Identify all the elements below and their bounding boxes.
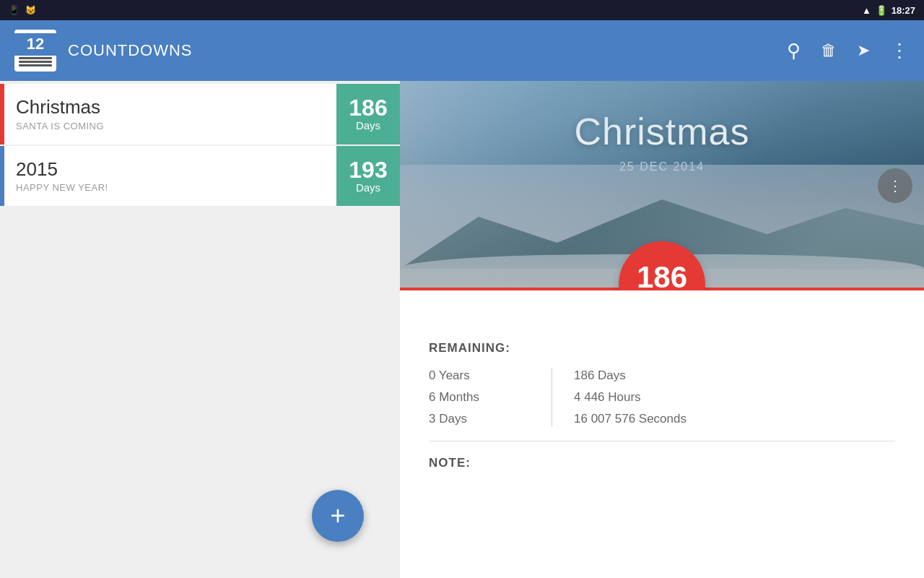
hero-date: 25 DEC 2014 bbox=[400, 160, 924, 173]
christmas-text: Christmas SANTA IS COMING bbox=[4, 84, 336, 144]
christmas-title: Christmas bbox=[16, 97, 325, 118]
clock: 18:27 bbox=[892, 5, 915, 16]
wifi-icon: ▲ bbox=[862, 5, 871, 16]
christmas-subtitle: SANTA IS COMING bbox=[16, 121, 325, 131]
delete-button[interactable]: 🗑 bbox=[821, 41, 837, 60]
app-bar-actions: ⚲ 🗑 ➤ ⋮ bbox=[787, 40, 910, 62]
logo-line-2 bbox=[19, 61, 52, 63]
christmas-badge-number: 186 bbox=[349, 96, 387, 119]
logo-line-1 bbox=[19, 57, 52, 59]
remaining-days-left: 3 Days bbox=[429, 412, 530, 426]
christmas-badge-label: Days bbox=[356, 119, 380, 131]
app-title: COUNTDOWNS bbox=[68, 41, 775, 60]
left-panel: Christmas SANTA IS COMING 186 Days 2015 … bbox=[0, 81, 400, 578]
hero-more-button[interactable]: ⋮ bbox=[878, 168, 912, 203]
add-button[interactable]: + bbox=[312, 490, 364, 542]
list-item-newyear[interactable]: 2015 HAPPY NEW YEAR! 193 Days bbox=[0, 146, 400, 207]
remaining-days-count: 186 Days bbox=[574, 368, 687, 383]
remaining-years: 0 Years bbox=[429, 368, 530, 383]
logo-line-3 bbox=[19, 64, 52, 66]
circle-number: 186 bbox=[637, 262, 687, 290]
app-logo: 12 bbox=[14, 30, 56, 72]
newyear-badge-label: Days bbox=[356, 181, 380, 194]
share-button[interactable]: ➤ bbox=[857, 41, 870, 60]
remaining-grid: 0 Years 6 Months 3 Days 186 Days 4 446 H… bbox=[429, 368, 895, 426]
remaining-seconds: 16 007 576 Seconds bbox=[574, 412, 687, 426]
cat-icon: 😺 bbox=[25, 5, 36, 15]
phone-icon: 📱 bbox=[9, 5, 19, 15]
remaining-divider bbox=[552, 368, 552, 426]
status-right-info: ▲ 🔋 18:27 bbox=[862, 5, 915, 16]
search-button[interactable]: ⚲ bbox=[787, 40, 801, 62]
newyear-badge: 193 Days bbox=[336, 146, 400, 207]
logo-number: 12 bbox=[14, 33, 56, 55]
right-panel: Christmas 25 DEC 2014 ⋮ 186 Days REMAINI… bbox=[400, 81, 924, 578]
main-content: Christmas SANTA IS COMING 186 Days 2015 … bbox=[0, 81, 924, 578]
detail-divider bbox=[429, 441, 895, 441]
remaining-months: 6 Months bbox=[429, 390, 530, 405]
newyear-text: 2015 HAPPY NEW YEAR! bbox=[4, 146, 336, 207]
newyear-badge-number: 193 bbox=[349, 158, 387, 181]
battery-icon: 🔋 bbox=[876, 5, 887, 16]
remaining-title: REMAINING: bbox=[429, 341, 895, 355]
remaining-left-col: 0 Years 6 Months 3 Days bbox=[429, 368, 530, 426]
add-icon: + bbox=[330, 501, 345, 531]
app-bar: 12 COUNTDOWNS ⚲ 🗑 ➤ ⋮ bbox=[0, 20, 924, 81]
list-item-christmas[interactable]: Christmas SANTA IS COMING 186 Days bbox=[0, 84, 400, 144]
note-title: NOTE: bbox=[429, 456, 895, 470]
newyear-title: 2015 bbox=[16, 159, 325, 180]
hero-image: Christmas 25 DEC 2014 ⋮ 186 Days bbox=[400, 81, 924, 290]
status-left-icons: 📱 😺 bbox=[9, 5, 36, 15]
newyear-subtitle: HAPPY NEW YEAR! bbox=[16, 182, 325, 193]
remaining-hours: 4 446 Hours bbox=[574, 390, 687, 405]
detail-section: REMAINING: 0 Years 6 Months 3 Days 186 D… bbox=[400, 290, 924, 578]
christmas-badge: 186 Days bbox=[336, 84, 400, 144]
hero-title: Christmas bbox=[400, 110, 924, 153]
remaining-right-col: 186 Days 4 446 Hours 16 007 576 Seconds bbox=[574, 368, 687, 426]
more-button[interactable]: ⋮ bbox=[890, 40, 910, 62]
status-bar: 📱 😺 ▲ 🔋 18:27 bbox=[0, 0, 924, 20]
